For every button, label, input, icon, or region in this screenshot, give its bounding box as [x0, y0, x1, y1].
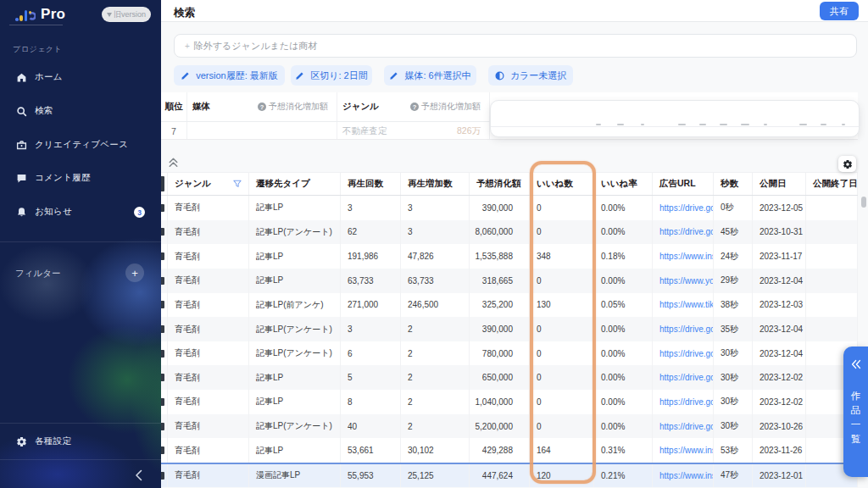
cell-like-rate: 0.00% — [594, 414, 653, 439]
table-row[interactable]: 育毛剤記事LP(アンケート)32390,00000.00%https://dri… — [161, 317, 858, 341]
table-row[interactable]: 育毛剤漫画記事LP55,95325,125447,6241200.21%http… — [161, 463, 858, 487]
table-row[interactable]: 育毛剤記事LP191,98647,8261,535,8883480.18%htt… — [161, 244, 858, 269]
cell-ad-url[interactable]: https://drive.go — [653, 390, 714, 414]
cell-ad-url[interactable]: https://www.ins — [653, 464, 714, 487]
pencil-icon — [295, 71, 304, 80]
column-header-seconds[interactable]: 秒数 — [714, 173, 753, 195]
table-settings-button[interactable] — [838, 156, 856, 172]
table-row[interactable]: 育毛剤記事LP63,73363,733318,66500.00%https://… — [161, 269, 858, 293]
cell-ad-url[interactable]: https://www.you — [653, 269, 714, 293]
table-row[interactable]: 育毛剤記事LP(前アンケ)271,000246,500325,2001300.0… — [161, 293, 858, 318]
ranking-col-media[interactable]: 媒体 ?予想消化増加額 — [187, 92, 337, 121]
sidebar-collapse-chevron[interactable] — [132, 469, 147, 484]
cell-ad-url[interactable]: https://drive.go — [653, 365, 714, 390]
cell-destination-type: 記事LP(前アンケ) — [249, 293, 341, 318]
cell-like-rate: 0.00% — [594, 341, 653, 366]
column-header-like-rate[interactable]: いいね率 — [594, 173, 653, 195]
add-filter-button[interactable]: + — [125, 263, 144, 282]
cell-ad-url[interactable]: https://drive.go — [653, 220, 714, 245]
column-header-publish-date[interactable]: 公開日 — [753, 173, 806, 195]
table-row[interactable]: 育毛剤記事LP(アンケート)4025,200,00000.00%https://… — [161, 414, 858, 439]
sidebar-item-creative-base[interactable]: クリエイティブベース — [0, 135, 161, 155]
cell-genre: 育毛剤 — [168, 269, 249, 293]
exclude-genre-input[interactable]: + 除外するジャンルまたは商材 — [174, 34, 857, 58]
column-header-like-count[interactable]: いいね数 — [530, 173, 594, 195]
table-row[interactable]: 育毛剤記事LP(アンケート)6238,060,00000.00%https://… — [161, 220, 858, 245]
divider-period-pill[interactable]: 区切り: 2日間 — [291, 65, 372, 86]
clipped-text-fragment — [678, 124, 686, 125]
filter-funnel-icon[interactable] — [232, 179, 242, 189]
app-logo[interactable]: Pro — [15, 5, 65, 24]
cell-genre: 育毛剤 — [168, 464, 249, 487]
logo-icon — [15, 8, 36, 21]
column-header-thumbnail[interactable] — [161, 173, 168, 195]
sidebar-item-settings[interactable]: 各種設定 — [0, 431, 161, 452]
cell-ad-url[interactable]: https://drive.go — [653, 341, 714, 366]
color-select-pill[interactable]: カラー未選択 — [488, 65, 573, 86]
pencil-icon — [389, 71, 398, 80]
page-title: 検索 — [174, 6, 195, 20]
works-list-panel[interactable]: 作品一覧 — [843, 347, 868, 477]
sidebar-item-search[interactable]: 検索 — [0, 101, 161, 121]
cell-expected-spend: 390,000 — [470, 196, 530, 220]
cell-seconds: 30秒 — [714, 414, 753, 439]
cell-ad-url[interactable]: https://www.ins — [653, 438, 714, 463]
cell-publish-date: 2023-12-03 — [753, 293, 806, 318]
cell-destination-type: 記事LP(アンケート) — [249, 414, 341, 439]
cell-publish-end-date — [806, 244, 858, 269]
divider — [491, 126, 859, 127]
version-history-pill[interactable]: version履歴: 最新版 — [174, 65, 285, 86]
filter-section-label: フィルター — [15, 268, 60, 280]
cell-seconds: 29秒 — [714, 269, 753, 293]
tooltip-panel — [490, 100, 860, 137]
cell-expected-spend: 5,200,000 — [470, 414, 530, 439]
sidebar: Pro 旧version プロジェクト ホーム 検索 クリエイティブベース コ — [0, 0, 161, 488]
collapse-table-icon[interactable] — [167, 156, 180, 169]
cell-like-count: 348 — [530, 244, 594, 269]
cell-ad-url[interactable]: https://drive.go — [653, 414, 714, 439]
column-header-expected-spend[interactable]: 予想消化額 — [470, 173, 530, 195]
column-header-play-increase[interactable]: 再生増加数 — [401, 173, 470, 195]
thumbnail-sliver — [161, 204, 164, 212]
column-header-publish-end-date[interactable]: 公開終了日 — [806, 173, 858, 195]
table-row[interactable]: 育毛剤記事LP53,66130,102429,2881640.31%https:… — [161, 438, 858, 463]
table-row[interactable]: 育毛剤記事LP52650,00000.00%https://drive.go30… — [161, 365, 858, 390]
column-header-genre[interactable]: ジャンル — [168, 173, 249, 195]
ranking-col-rank[interactable]: 順位 — [161, 92, 187, 121]
sidebar-item-home[interactable]: ホーム — [0, 67, 161, 87]
table-row[interactable]: 育毛剤記事LP33390,00000.00%https://drive.go0秒… — [161, 196, 858, 220]
cell-thumbnail — [161, 464, 168, 487]
cell-like-rate: 0.00% — [594, 269, 653, 293]
cell-seconds: 47秒 — [714, 464, 753, 487]
old-version-button[interactable]: 旧version — [102, 7, 151, 22]
cell-expected-spend: 325,200 — [470, 293, 530, 318]
cell-like-count: 130 — [530, 293, 594, 318]
column-header-destination-type[interactable]: 遷移先タイプ — [249, 173, 341, 195]
column-header-play-count[interactable]: 再生回数 — [341, 173, 401, 195]
cell-publish-date: 2023-12-04 — [753, 317, 806, 341]
cell-ad-url[interactable]: https://www.tik — [653, 293, 714, 318]
ranking-col-genre[interactable]: ジャンル ?予想消化増加額 — [337, 92, 490, 121]
table-row[interactable]: 育毛剤記事LP(アンケート)62780,00000.00%https://dri… — [161, 341, 858, 366]
cell-ad-url[interactable]: https://drive.go — [653, 196, 714, 220]
results-table: ジャンル遷移先タイプ再生回数再生増加数予想消化額いいね数いいね率広告URL秒数公… — [161, 172, 858, 487]
divider — [0, 459, 161, 460]
cell-ad-url[interactable]: https://www.ins — [653, 244, 714, 269]
cell-like-count: 0 — [530, 317, 594, 341]
cell-like-count: 0 — [530, 341, 594, 366]
share-button[interactable]: 共有 — [820, 2, 859, 20]
cell-play-increase: 2 — [401, 414, 470, 439]
cell-destination-type: 記事LP — [249, 244, 341, 269]
media-select-pill[interactable]: 媒体: 6件選択中 — [384, 65, 476, 86]
cell-genre: 育毛剤 — [168, 317, 249, 341]
column-header-ad-url[interactable]: 広告URL — [653, 173, 714, 195]
cell-destination-type: 記事LP — [249, 365, 341, 390]
vertical-scrollbar-thumb[interactable] — [861, 197, 866, 208]
table-row[interactable]: 育毛剤記事LP821,040,00000.00%https://drive.go… — [161, 390, 858, 414]
cell-thumbnail — [161, 244, 168, 269]
sidebar-item-comment-history[interactable]: コメント履歴 — [0, 168, 161, 188]
cell-publish-end-date — [806, 220, 858, 245]
cell-play-count: 191,986 — [341, 244, 401, 269]
clipped-text-fragment — [764, 124, 767, 125]
cell-ad-url[interactable]: https://drive.go — [653, 317, 714, 341]
